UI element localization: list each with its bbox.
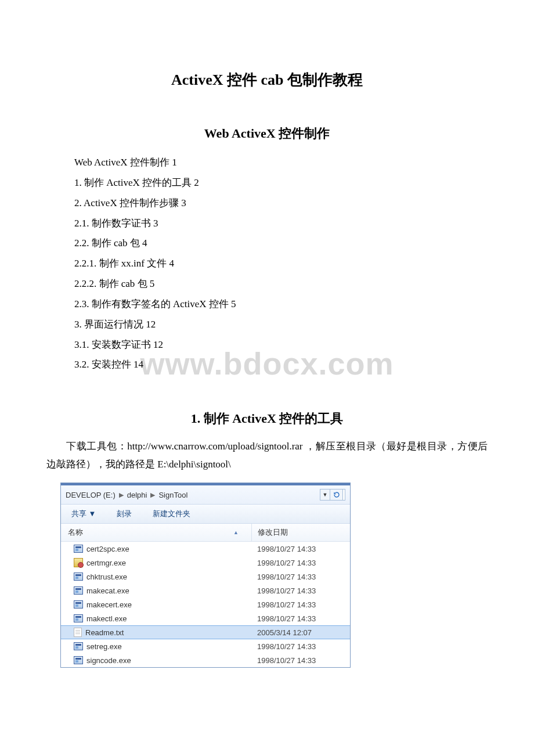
file-name-label: cert2spc.exe (86, 545, 129, 553)
file-name-cell: signcode.exe (61, 656, 251, 665)
file-explorer-window: DEVELOP (E:) ▶ delphi ▶ SignTool ▼ 共享 ▼ … (60, 483, 351, 668)
column-label: 名称 (68, 527, 83, 538)
application-icon (74, 573, 83, 581)
application-icon (74, 614, 83, 622)
file-date-label: 1998/10/27 14:33 (251, 656, 350, 665)
file-date-label: 1998/10/27 14:33 (251, 586, 350, 595)
column-headers: 名称 ▲ 修改日期 (61, 524, 350, 542)
file-row[interactable]: signcode.exe1998/10/27 14:33 (61, 653, 350, 667)
file-row[interactable]: setreg.exe1998/10/27 14:33 (61, 639, 350, 653)
section-heading: 1. 制作 ActiveX 控件的工具 (46, 410, 488, 427)
body-text: 下载工具包：http://www.cnarrow.com/upload/sign… (46, 441, 488, 470)
file-date-label: 1998/10/27 14:33 (251, 545, 350, 553)
file-row[interactable]: makecat.exe1998/10/27 14:33 (61, 584, 350, 597)
file-name-cell: chktrust.exe (61, 573, 251, 581)
application-icon (74, 656, 83, 664)
chevron-right-icon: ▶ (150, 491, 155, 499)
file-name-cell: makecat.exe (61, 586, 251, 595)
file-date-label: 1998/10/27 14:33 (251, 642, 350, 651)
column-header-date[interactable]: 修改日期 (251, 524, 350, 541)
file-name-label: makecert.exe (86, 600, 132, 609)
file-date-label: 2005/3/14 12:07 (251, 628, 350, 637)
toc-item: 2.1. 制作数字证书 3 (74, 214, 488, 234)
toc-item: 3.1. 安装数字证书 12 (74, 335, 488, 355)
toc-item: 2.3. 制作有数字签名的 ActiveX 控件 5 (74, 294, 488, 315)
file-date-label: 1998/10/27 14:33 (251, 614, 350, 623)
share-menu[interactable]: 共享 ▼ (71, 509, 96, 519)
page-title: ActiveX 控件 cab 包制作教程 (46, 70, 488, 90)
address-dropdown-button[interactable]: ▼ (320, 489, 330, 501)
toc-item: 2.2. 制作 cab 包 4 (74, 233, 488, 254)
file-list: cert2spc.exe1998/10/27 14:33certmgr.exe1… (61, 542, 350, 667)
toc-item: 2.2.1. 制作 xx.inf 文件 4 (74, 254, 488, 274)
text-file-icon (74, 628, 82, 637)
breadcrumb-segment[interactable]: SignTool (158, 491, 187, 499)
file-name-label: chktrust.exe (86, 573, 127, 581)
address-bar[interactable]: DEVELOP (E:) ▶ delphi ▶ SignTool ▼ (61, 483, 350, 504)
toc-item: 2.2.2. 制作 cab 包 5 (74, 274, 488, 294)
file-row[interactable]: makecert.exe1998/10/27 14:33 (61, 597, 350, 611)
explorer-toolbar: 共享 ▼ 刻录 新建文件夹 (61, 504, 350, 524)
toc-item: Web ActiveX 控件制作 1 (74, 153, 488, 173)
file-name-label: Readme.txt (85, 628, 124, 637)
file-name-label: signcode.exe (86, 656, 131, 665)
toc-item: 3.2. 安装控件 14 (74, 355, 488, 375)
section-body: 下载工具包：http://www.cnarrow.com/upload/sign… (46, 438, 488, 473)
new-folder-button[interactable]: 新建文件夹 (153, 509, 190, 519)
file-name-label: makectl.exe (86, 614, 127, 623)
file-name-cell: cert2spc.exe (61, 545, 251, 553)
breadcrumb-segment[interactable]: delphi (127, 491, 147, 499)
sort-ascending-icon: ▲ (233, 530, 239, 535)
file-date-label: 1998/10/27 14:33 (251, 600, 350, 609)
file-date-label: 1998/10/27 14:33 (251, 559, 350, 567)
application-icon (74, 586, 83, 595)
refresh-icon (333, 491, 340, 498)
toc-item: 1. 制作 ActiveX 控件的工具 2 (74, 173, 488, 193)
file-row[interactable]: makectl.exe1998/10/27 14:33 (61, 611, 350, 625)
application-icon (74, 600, 83, 609)
file-date-label: 1998/10/27 14:33 (251, 573, 350, 581)
file-name-cell: certmgr.exe (61, 558, 251, 567)
file-row[interactable]: chktrust.exe1998/10/27 14:33 (61, 570, 350, 584)
file-row[interactable]: cert2spc.exe1998/10/27 14:33 (61, 542, 350, 556)
breadcrumb-segment[interactable]: DEVELOP (E:) (66, 491, 116, 499)
file-name-cell: setreg.exe (61, 642, 251, 651)
search-input[interactable] (343, 489, 345, 501)
file-name-cell: makecert.exe (61, 600, 251, 609)
toc-item: 2. ActiveX 控件制作步骤 3 (74, 193, 488, 214)
file-name-label: certmgr.exe (86, 559, 126, 567)
refresh-button[interactable] (330, 489, 343, 501)
application-icon (74, 642, 83, 650)
burn-button[interactable]: 刻录 (117, 509, 132, 519)
file-row[interactable]: certmgr.exe1998/10/27 14:33 (61, 556, 350, 570)
file-name-cell: makectl.exe (61, 614, 251, 623)
file-name-label: makecat.exe (86, 586, 129, 595)
page-subtitle: Web ActiveX 控件制作 (46, 125, 488, 142)
table-of-contents: Web ActiveX 控件制作 1 1. 制作 ActiveX 控件的工具 2… (74, 153, 488, 375)
file-name-cell: Readme.txt (61, 628, 251, 637)
file-name-label: setreg.exe (86, 642, 122, 651)
certificate-icon (74, 558, 83, 567)
file-row[interactable]: Readme.txt2005/3/14 12:07 (61, 625, 350, 639)
column-header-name[interactable]: 名称 ▲ (61, 524, 251, 541)
toc-item: 3. 界面运行情况 12 (74, 315, 488, 335)
chevron-right-icon: ▶ (119, 491, 124, 499)
application-icon (74, 545, 83, 553)
